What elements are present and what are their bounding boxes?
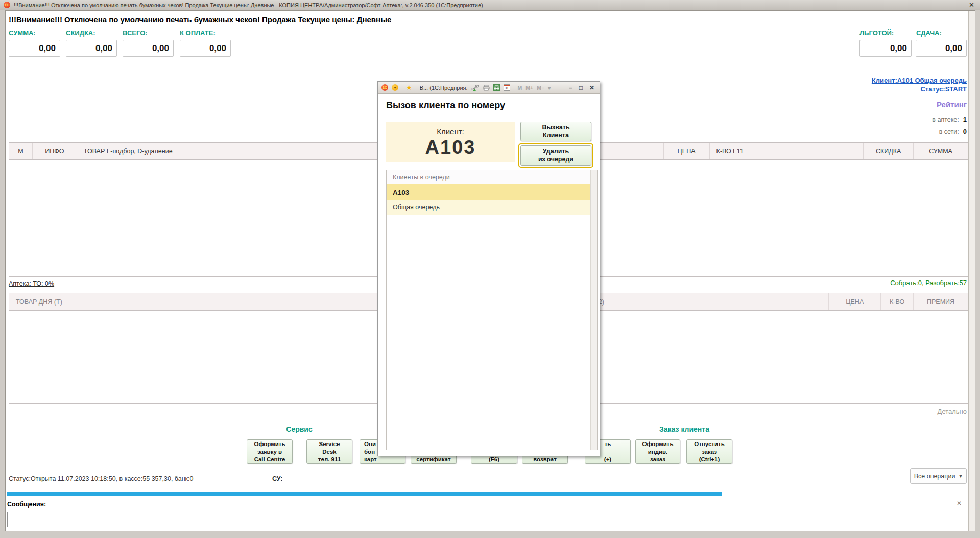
dialog-window-title: В... (1С:Предприя. <box>420 85 468 91</box>
client-queue-link[interactable]: Клиент:А101 Общая очередь <box>872 77 967 84</box>
in-pharmacy-counter: в аптеке: 1 <box>932 115 967 123</box>
items-col-sum: СУММА <box>914 143 968 159</box>
client-number: А103 <box>425 137 476 157</box>
client-number-panel: Клиент: А103 <box>386 122 515 162</box>
su-label: СУ: <box>272 475 283 482</box>
items-col-price: ЦЕНА <box>664 143 710 159</box>
service-desk-button[interactable]: Service Desk тел. 911 <box>306 439 352 464</box>
memory-m-button[interactable]: M <box>518 85 522 91</box>
chevron-down-icon[interactable]: ▾ <box>548 85 551 91</box>
in-network-label: в сети: <box>939 128 959 135</box>
register-status-text: Статус:Открыта 11.07.2023 10:18:50, в ка… <box>9 475 193 482</box>
sum-label: СУММА: <box>9 29 36 37</box>
queue-row-general[interactable]: Общая очередь <box>387 200 597 215</box>
detail-label[interactable]: Детально <box>938 408 967 415</box>
queue-scrollbar[interactable] <box>590 170 597 450</box>
change-label: СДАЧА: <box>916 29 942 37</box>
call-centre-request-button[interactable]: Оформить заявку в Call Centre <box>247 439 293 464</box>
app-close-button[interactable]: ✕ <box>967 1 976 9</box>
messages-input[interactable] <box>7 512 960 527</box>
status-start-link[interactable]: Статус:START <box>920 85 967 93</box>
messages-close-icon[interactable]: ✕ <box>957 500 962 507</box>
sum-value: 0,00 <box>9 40 60 57</box>
messages-splitter-bar[interactable] <box>7 492 722 496</box>
chevron-down-icon: ▼ <box>958 474 963 479</box>
dialog-maximize-button[interactable]: □ <box>578 84 584 91</box>
discount-label: СКИДКА: <box>66 29 95 37</box>
in-pharmacy-value: 1 <box>963 115 967 123</box>
calendar-icon[interactable]: 31 <box>504 84 510 91</box>
items-col-info: ИНФО <box>33 143 77 159</box>
total-value: 0,00 <box>123 40 174 57</box>
messages-label: Сообщения: <box>7 501 46 508</box>
favorites-star-icon[interactable]: ★ <box>406 84 412 91</box>
app-title-bar: 1С !!!Внимание!!! Отключена по умолчанию… <box>0 0 980 10</box>
call-client-button[interactable]: Вызвать Клиента <box>520 122 591 141</box>
status-start-link-text: Статус:START <box>920 85 967 93</box>
warning-banner: !!!Внимание!!! Отключена по умолчанию пе… <box>9 15 391 24</box>
link-icon[interactable] <box>471 85 479 91</box>
privilege-value: 0,00 <box>859 40 912 57</box>
items-col-discount: СКИДКА <box>864 143 914 159</box>
client-label: Клиент: <box>437 127 464 136</box>
privilege-label: ЛЬГОТОЙ: <box>859 29 894 37</box>
divider <box>402 84 402 91</box>
divider <box>416 84 416 91</box>
discount-value: 0,00 <box>66 40 117 57</box>
rating-link[interactable]: Рейтинг <box>937 100 967 109</box>
collect-disassemble-link[interactable]: Собрать:0, Разобрать:57 <box>890 279 967 287</box>
in-pharmacy-label: в аптеке: <box>932 116 959 123</box>
1c-logo-icon: 1С <box>381 84 388 91</box>
main-window-scrollbar[interactable] <box>968 11 975 531</box>
to-pay-value: 0,00 <box>180 40 231 57</box>
memory-mplus-button[interactable]: M+ <box>525 85 533 91</box>
order-group-title: Заказ клиента <box>649 425 720 433</box>
service-group-title: Сервис <box>276 425 323 433</box>
individual-order-button[interactable]: Оформить индив. заказ <box>635 439 680 464</box>
app-window-title: !!!Внимание!!! Отключена по умолчанию пе… <box>14 2 483 8</box>
menu-dropdown-icon[interactable]: ▾ <box>392 84 398 91</box>
call-client-dialog: 1С ▾ ★ В... (1С:Предприя. 31 M M+ M− ▾ –… <box>377 81 600 456</box>
queue-list: Клиенты в очереди А103 Общая очередь <box>386 170 598 450</box>
dialog-title-bar: 1С ▾ ★ В... (1С:Предприя. 31 M M+ M− ▾ –… <box>378 82 600 94</box>
all-operations-button[interactable]: Все операции ▼ <box>910 468 967 484</box>
1c-logo-icon: 1С <box>4 2 10 8</box>
remove-from-queue-focus-frame: Удалить из очереди <box>518 143 593 168</box>
items-col-m: М <box>9 143 33 159</box>
queue-list-header: Клиенты в очереди <box>387 170 597 184</box>
all-operations-label: Все операции <box>914 473 955 480</box>
remove-from-queue-button[interactable]: Удалить из очереди <box>520 145 591 166</box>
change-value: 0,00 <box>916 40 967 57</box>
in-network-counter: в сети: 0 <box>939 128 967 135</box>
in-network-value: 0 <box>963 128 967 135</box>
dialog-minimize-button[interactable]: – <box>567 84 574 91</box>
print-icon[interactable] <box>483 85 490 91</box>
pharmacy-to-link[interactable]: Аптека: ТО: 0% <box>9 280 54 287</box>
total-label: ВСЕГО: <box>123 29 148 37</box>
release-order-button[interactable]: Отпустить заказ (Ctrl+1) <box>686 439 732 464</box>
day-col-price: ЦЕНА <box>828 293 881 310</box>
divider <box>514 84 514 91</box>
dialog-close-button[interactable]: ✕ <box>588 84 596 91</box>
day-col-bonus: ПРЕМИЯ <box>914 293 968 310</box>
calculator-icon[interactable] <box>493 84 500 91</box>
calendar-icon-day: 31 <box>504 86 510 90</box>
queue-row-selected[interactable]: А103 <box>387 184 597 200</box>
to-pay-label: К ОПЛАТЕ: <box>180 29 216 37</box>
items-col-qty: К-ВО F11 <box>710 143 864 159</box>
day-col-qty: К-ВО <box>881 293 914 310</box>
memory-mminus-button[interactable]: M− <box>537 85 544 91</box>
dialog-heading: Вызов клиента по номеру <box>386 100 505 111</box>
